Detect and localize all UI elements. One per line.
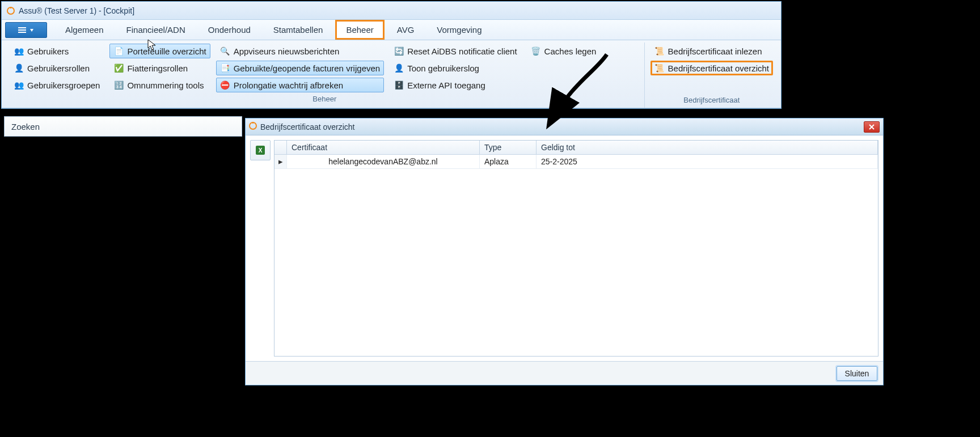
- dialog-close-button[interactable]: [864, 121, 880, 133]
- dialog-title-bar: Bedrijfscertificaat overzicht: [246, 118, 883, 135]
- rb-reset[interactable]: 🔄 Reset AiDBS notificatie client: [390, 44, 521, 58]
- sluiten-button[interactable]: Sluiten: [837, 366, 877, 381]
- svg-rect-2: [18, 27, 26, 28]
- col-type[interactable]: Type: [480, 141, 537, 154]
- rb-externe-label: Externe API toegang: [407, 80, 485, 90]
- rb-omnummering-label: Omnummering tools: [127, 80, 204, 90]
- rb-omnummering[interactable]: 🔢 Omnummering tools: [109, 78, 210, 92]
- portfolio-icon: 📄: [113, 46, 124, 56]
- rb-gebruikersgroepen[interactable]: 👥 Gebruikersgroepen: [10, 78, 104, 92]
- main-window: Assu® (Test Server 1) - [Cockpit] Algeme…: [1, 1, 782, 109]
- rb-fiatteringsrollen[interactable]: ✅ Fiatteringsrollen: [109, 61, 210, 75]
- ribbon: 👥 Gebruikers 👤 Gebruikersrollen 👥 Gebrui…: [2, 40, 781, 108]
- tab-stamtabellen[interactable]: Stamtabellen: [263, 20, 333, 39]
- tab-financieel[interactable]: Financieel/ADN: [116, 20, 196, 39]
- col-geldig[interactable]: Geldig tot: [537, 141, 878, 154]
- window-title: Assu® (Test Server 1) - [Cockpit]: [19, 6, 134, 15]
- svg-rect-4: [18, 32, 26, 33]
- cell-cert: helelangecodevanABZ@abz.nl: [287, 155, 480, 168]
- invoice-release-icon: 📑: [220, 63, 230, 73]
- cell-geldig: 25-2-2025: [537, 155, 878, 168]
- api-icon: 🗄️: [394, 80, 404, 90]
- grid-header: Certificaat Type Geldig tot: [274, 141, 878, 155]
- window-title-bar: Assu® (Test Server 1) - [Cockpit]: [2, 2, 781, 20]
- app-icon: [6, 6, 15, 15]
- dialog-footer: Sluiten: [246, 361, 883, 385]
- rb-prolongatie[interactable]: ⛔ Prolongatie wachtrij afbreken: [216, 78, 385, 92]
- search-panel[interactable]: Zoeken: [4, 116, 242, 137]
- rb-cert-inlezen[interactable]: 📜 Bedrijfscertificaat inlezen: [650, 44, 773, 58]
- rb-portefeuille[interactable]: 📄 Portefeuille overzicht: [109, 44, 210, 58]
- file-menu-button[interactable]: [5, 22, 47, 38]
- rb-toon-label: Toon gebruikerslog: [407, 63, 479, 73]
- dialog-cert-overview: Bedrijfscertificaat overzicht X Certific…: [245, 118, 884, 385]
- rb-cert-overzicht[interactable]: 📜 Bedrijfscertificaat overzicht: [650, 61, 773, 75]
- tab-beheer[interactable]: Beheer: [335, 20, 384, 40]
- search-label: Zoeken: [11, 122, 40, 131]
- cache-clear-icon: 🗑️: [531, 46, 541, 56]
- tab-vormgeving[interactable]: Vormgeving: [426, 20, 492, 39]
- cell-type: Aplaza: [480, 155, 537, 168]
- reset-icon: 🔄: [394, 46, 404, 56]
- approval-icon: ✅: [113, 63, 124, 73]
- svg-rect-1: [10, 7, 11, 9]
- rb-cert-inlezen-label: Bedrijfscertificaat inlezen: [668, 46, 762, 56]
- grid-body: ▸ helelangecodevanABZ@abz.nl Aplaza 25-2…: [274, 155, 878, 356]
- svg-rect-6: [252, 122, 254, 124]
- rb-gebruikersrollen[interactable]: 👤 Gebruikersrollen: [10, 61, 104, 75]
- renumber-icon: 🔢: [113, 80, 124, 90]
- table-row[interactable]: ▸ helelangecodevanABZ@abz.nl Aplaza 25-2…: [274, 155, 878, 169]
- rb-gebruikers[interactable]: 👥 Gebruikers: [10, 44, 104, 58]
- queue-abort-icon: ⛔: [220, 80, 230, 90]
- tab-avg[interactable]: AVG: [387, 20, 425, 39]
- svg-text:X: X: [259, 147, 263, 154]
- rb-gebruikers-label: Gebruikers: [27, 46, 69, 56]
- ribbon-group-beheer-label: Beheer: [10, 92, 640, 105]
- row-indicator-icon: ▸: [274, 155, 287, 168]
- cert-grid: Certificaat Type Geldig tot ▸ helelangec…: [274, 140, 878, 357]
- rb-appviseurs[interactable]: 🔍 Appviseurs nieuwsberichten: [216, 44, 385, 58]
- rb-externe[interactable]: 🗄️ Externe API toegang: [390, 78, 521, 92]
- rb-reset-label: Reset AiDBS notificatie client: [407, 46, 517, 56]
- rb-gebruikersrollen-label: Gebruikersrollen: [27, 63, 90, 73]
- tab-algemeen[interactable]: Algemeen: [55, 20, 114, 39]
- tab-onderhoud[interactable]: Onderhoud: [198, 20, 261, 39]
- cert-overview-icon: 📜: [654, 63, 665, 73]
- rb-facturen[interactable]: 📑 Gebruikte/geopende facturen vrijgeven: [216, 61, 385, 75]
- svg-rect-3: [18, 29, 26, 31]
- user-roles-icon: 👤: [14, 63, 24, 73]
- rb-prolongatie-label: Prolongatie wachtrij afbreken: [234, 80, 343, 90]
- cert-import-icon: 📜: [654, 46, 665, 56]
- ribbon-tabs: Algemeen Financieel/ADN Onderhoud Stamta…: [2, 20, 781, 40]
- rb-portefeuille-label: Portefeuille overzicht: [127, 46, 206, 56]
- ribbon-group-cert-label: Bedrijfscertificaat: [650, 94, 773, 107]
- rb-caches-label: Caches legen: [544, 46, 597, 56]
- rb-appviseurs-label: Appviseurs nieuwsberichten: [234, 46, 340, 56]
- col-certificaat[interactable]: Certificaat: [287, 141, 480, 154]
- userlog-icon: 👤: [394, 63, 404, 73]
- rb-caches[interactable]: 🗑️ Caches legen: [527, 44, 601, 58]
- rb-gebruikersgroepen-label: Gebruikersgroepen: [27, 80, 100, 90]
- export-excel-button[interactable]: X: [250, 140, 271, 160]
- rb-fiatteringsrollen-label: Fiatteringsrollen: [127, 63, 188, 73]
- user-groups-icon: 👥: [14, 80, 24, 90]
- news-icon: 🔍: [220, 46, 230, 56]
- rb-toon[interactable]: 👤 Toon gebruikerslog: [390, 61, 521, 75]
- rb-facturen-label: Gebruikte/geopende facturen vrijgeven: [234, 63, 381, 73]
- users-icon: 👥: [14, 46, 24, 56]
- rb-cert-overzicht-label: Bedrijfscertificaat overzicht: [668, 63, 769, 73]
- dialog-title: Bedrijfscertificaat overzicht: [260, 122, 860, 131]
- dialog-app-icon: [249, 122, 257, 131]
